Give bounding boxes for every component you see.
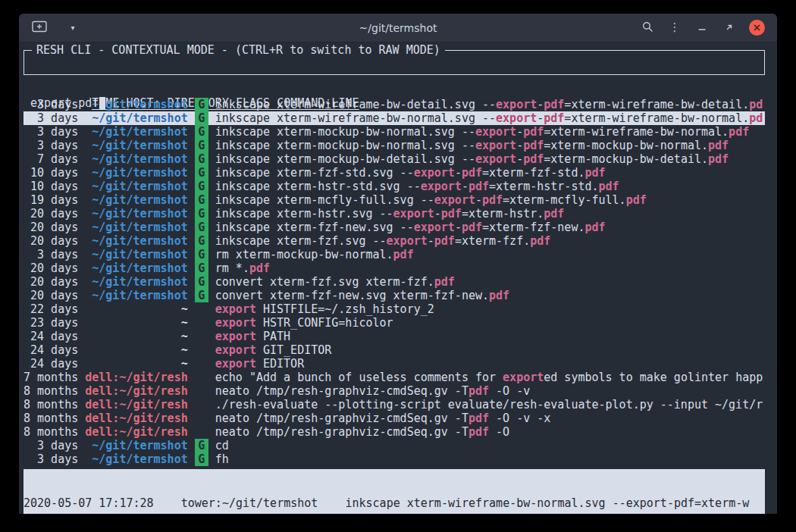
history-row[interactable]: 7 monthsdell:~/git/reshecho "Add a bunch… bbox=[24, 371, 765, 384]
row-time: 24 days bbox=[24, 330, 78, 343]
row-command: inkscape xterm-mcfly-full.svg --export-p… bbox=[215, 193, 765, 207]
row-host: ~ bbox=[85, 316, 187, 330]
history-row[interactable]: 3 days~/git/termshotGcd bbox=[24, 439, 765, 452]
command-segment: convert xterm-fzf.svg xterm-fzf. bbox=[215, 275, 434, 289]
command-match-segment: export bbox=[387, 234, 428, 248]
terminal-screen: RESH CLI - CONTEXTUAL MODE - (CTRL+R to … bbox=[19, 42, 777, 514]
command-segment: =xterm-fzf-std. bbox=[482, 166, 584, 180]
row-time: 20 days bbox=[24, 275, 78, 289]
command-segment: neato /tmp/resh-graphviz-cmdSeq.gv -T bbox=[215, 384, 469, 398]
row-host: ~/git/termshot bbox=[85, 289, 187, 302]
command-segment: PATH bbox=[256, 330, 290, 343]
row-command: inkscape xterm-mockup-bw-normal.svg --ex… bbox=[215, 139, 765, 152]
history-row[interactable]: 8 monthsdell:~/git/reshneato /tmp/resh-g… bbox=[24, 412, 765, 425]
history-row[interactable]: 8 monthsdell:~/git/resh./resh-evaluate -… bbox=[24, 398, 765, 412]
search-button[interactable] bbox=[636, 17, 659, 39]
row-flags bbox=[195, 343, 208, 357]
command-match-segment: pdf bbox=[599, 180, 619, 193]
row-flags: G bbox=[195, 439, 208, 452]
row-time: 3 days bbox=[24, 452, 78, 466]
command-segment: - bbox=[516, 139, 523, 152]
history-row[interactable]: 20 days~/git/termshotGrm *.pdf bbox=[24, 261, 765, 275]
command-segment: -O -v -x bbox=[489, 412, 550, 425]
command-segment: inkscape xterm-hstr.svg -- bbox=[215, 207, 393, 221]
row-host: ~ bbox=[85, 343, 187, 357]
new-terminal-button[interactable] bbox=[28, 17, 51, 39]
row-command: ./resh-evaluate --plotting-script evalua… bbox=[215, 398, 765, 412]
history-row[interactable]: 3 days~/git/termshotGinkscape xterm-mock… bbox=[24, 139, 765, 152]
minimize-button[interactable] bbox=[691, 17, 713, 39]
row-time: 10 days bbox=[24, 166, 78, 180]
row-flags: G bbox=[195, 234, 208, 248]
row-command: export GIT_EDITOR bbox=[215, 343, 765, 357]
window-title: ~/git/termshot bbox=[195, 22, 601, 34]
history-row[interactable]: 20 days~/git/termshotGinkscape xterm-fzf… bbox=[24, 234, 765, 248]
history-row[interactable]: 20 days~/git/termshotGinkscape xterm-fzf… bbox=[24, 221, 765, 234]
history-row[interactable]: 20 days~/git/termshotGconvert xterm-fzf.… bbox=[24, 275, 765, 289]
row-flags: G bbox=[195, 207, 208, 221]
history-row[interactable]: 3 days~/git/termshotGfh bbox=[24, 452, 765, 466]
row-command: neato /tmp/resh-graphviz-cmdSeq.gv -Tpdf… bbox=[215, 384, 765, 398]
maximize-button[interactable] bbox=[718, 17, 741, 39]
row-time: 24 days bbox=[24, 343, 78, 357]
history-row[interactable]: 24 days~export GIT_EDITOR bbox=[24, 343, 765, 357]
history-row[interactable]: 8 monthsdell:~/git/reshneato /tmp/resh-g… bbox=[24, 425, 765, 439]
history-row[interactable]: 20 days~/git/termshotGconvert xterm-fzf-… bbox=[24, 289, 765, 302]
row-flags: G bbox=[195, 261, 208, 275]
command-match-segment: export bbox=[475, 139, 516, 152]
row-command: rm *.pdf bbox=[215, 261, 765, 275]
row-flags: G bbox=[195, 248, 208, 261]
row-command: neato /tmp/resh-graphviz-cmdSeq.gv -Tpdf… bbox=[215, 412, 765, 425]
row-host: ~/git/termshot bbox=[85, 139, 187, 152]
row-command: export PATH bbox=[215, 330, 765, 343]
history-row[interactable]: 24 days~export PATH bbox=[24, 330, 765, 343]
row-flag-badge: G bbox=[195, 193, 208, 207]
row-command: export HSTR_CONFIG=hicolor bbox=[215, 316, 765, 330]
history-row[interactable]: 23 days~export HSTR_CONFIG=hicolor bbox=[24, 316, 765, 330]
row-host: dell:~/git/resh bbox=[85, 412, 187, 425]
history-row[interactable]: 10 days~/git/termshotGinkscape xterm-hst… bbox=[24, 180, 765, 193]
row-flags bbox=[195, 384, 208, 398]
close-icon bbox=[749, 20, 765, 36]
row-flags bbox=[195, 357, 208, 371]
row-host: dell:~/git/resh bbox=[85, 384, 187, 398]
history-row[interactable]: 3 days~/git/termshotGrm xterm-mockup-bw-… bbox=[24, 248, 765, 261]
row-command: inkscape xterm-fzf.svg --export-pdf=xter… bbox=[215, 234, 765, 248]
command-segment: rm xterm-mockup-bw-normal. bbox=[215, 248, 393, 261]
command-segment: - bbox=[455, 166, 462, 180]
row-time: 19 days bbox=[24, 193, 78, 207]
row-command: export HISTFILE=~/.zsh_history_2 bbox=[215, 302, 765, 316]
status-line-1: 2020-05-07 17:17:28 tower:~/git/termshot… bbox=[24, 496, 765, 510]
menu-button[interactable]: ⋮ bbox=[663, 17, 686, 39]
row-time: 7 days bbox=[24, 152, 78, 166]
row-flags: G bbox=[195, 275, 208, 289]
close-button[interactable] bbox=[745, 17, 768, 39]
row-flags: G bbox=[195, 221, 208, 234]
maximize-icon bbox=[725, 22, 734, 34]
history-row[interactable]: 20 days~/git/termshotGinkscape xterm-hst… bbox=[24, 207, 765, 221]
text-cursor-block bbox=[99, 97, 105, 109]
search-input[interactable]: export pdf bbox=[30, 96, 758, 110]
row-command: inkscape xterm-fzf-std.svg --export-pdf=… bbox=[215, 166, 765, 180]
command-match-segment: pdf bbox=[708, 152, 729, 166]
command-match-segment: pdf bbox=[469, 180, 489, 193]
history-row[interactable]: 7 days~/git/termshotGinkscape xterm-mock… bbox=[24, 152, 765, 166]
search-box: RESH CLI - CONTEXTUAL MODE - (CTRL+R to … bbox=[24, 50, 765, 75]
history-row[interactable]: 19 days~/git/termshotGinkscape xterm-mcf… bbox=[24, 193, 765, 207]
row-time: 20 days bbox=[24, 261, 78, 275]
command-segment: - bbox=[475, 193, 482, 207]
row-time: 20 days bbox=[24, 221, 78, 234]
command-segment: - bbox=[462, 180, 469, 193]
terminal-profile-dropdown[interactable]: ▾ bbox=[61, 17, 84, 39]
history-row[interactable]: 22 days~export HISTFILE=~/.zsh_history_2 bbox=[24, 302, 765, 316]
row-flag-badge: G bbox=[195, 139, 208, 152]
history-row[interactable]: 10 days~/git/termshotGinkscape xterm-fzf… bbox=[24, 166, 765, 180]
history-row[interactable]: 8 monthsdell:~/git/reshneato /tmp/resh-g… bbox=[24, 384, 765, 398]
history-row[interactable]: 24 days~export EDITOR bbox=[24, 357, 765, 371]
row-flags: G bbox=[195, 139, 208, 152]
command-segment: - bbox=[428, 234, 434, 248]
row-flag-badge: G bbox=[195, 261, 208, 275]
titlebar: ▾ ~/git/termshot ⋮ bbox=[19, 14, 777, 42]
command-match-segment: pdf bbox=[462, 166, 482, 180]
minimize-icon bbox=[697, 22, 707, 34]
